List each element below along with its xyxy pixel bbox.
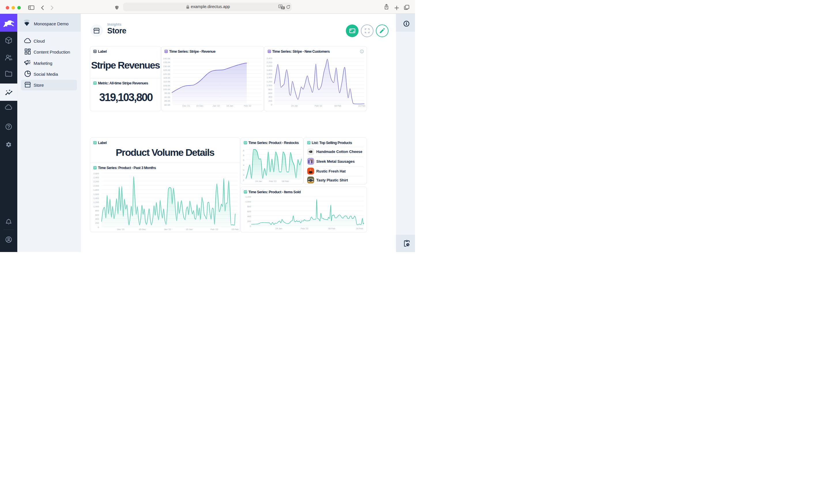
svg-text:A: A xyxy=(280,5,281,8)
svg-text:文: 文 xyxy=(282,6,284,9)
